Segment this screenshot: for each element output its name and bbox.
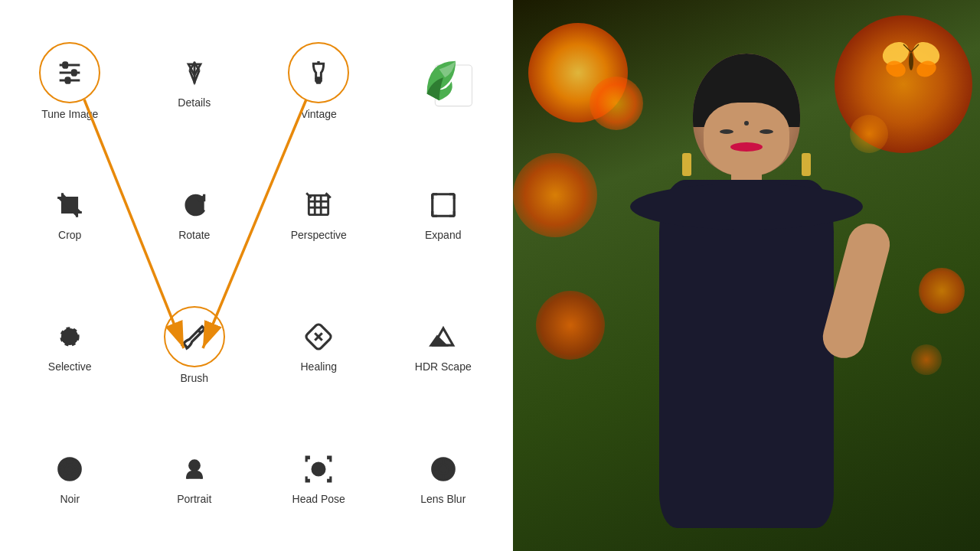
svg-point-32 [62,473,66,477]
perspective-label: Perspective [291,229,347,241]
photo-panel [513,0,980,551]
svg-marker-23 [431,337,446,345]
vintage-tool[interactable]: Vintage [256,15,381,148]
portrait-label: Portrait [177,493,211,505]
svg-line-18 [198,331,201,333]
svg-point-31 [74,461,78,465]
healing-icon [299,318,338,356]
expand-tool[interactable]: Expand [381,148,506,280]
expand-label: Expand [425,229,461,241]
hdr-scape-tool[interactable]: HDR Scape [381,279,506,412]
svg-point-30 [62,461,66,465]
svg-point-25 [67,465,74,473]
rotate-tool[interactable]: Rotate [132,148,257,280]
bokeh-mid-left [590,77,643,130]
tune-image-tool[interactable]: Tune Image [8,15,132,148]
svg-point-29 [77,467,80,471]
svg-rect-4 [73,70,77,76]
portrait-icon [175,450,214,488]
brush-label: Brush [180,372,208,384]
snapseed-logo-area [381,15,506,148]
tools-panel: Tune Image Details Vintage [0,0,513,551]
vintage-label: Vintage [301,108,337,120]
svg-point-26 [68,458,72,462]
hdr-scape-label: HDR Scape [415,360,472,373]
noir-label: Noir [60,493,80,505]
svg-point-27 [68,475,72,479]
svg-point-28 [60,467,64,471]
head-pose-tool[interactable]: Head Pose [256,412,381,544]
svg-point-17 [61,328,78,345]
bokeh-small-2 [911,344,942,375]
svg-rect-8 [309,195,328,214]
hdr-scape-icon [424,318,462,356]
rotate-label: Rotate [178,229,210,241]
noir-icon [51,450,89,488]
svg-rect-5 [66,78,70,83]
head-pose-icon [299,450,338,488]
crop-tool[interactable]: Crop [8,148,132,280]
portrait-tool[interactable]: Portrait [132,412,257,544]
selective-tool[interactable]: Selective [8,279,132,412]
bokeh-small-3 [850,115,888,153]
lens-blur-icon [424,450,462,488]
details-label: Details [178,96,211,109]
rotate-icon [175,186,214,224]
details-icon [175,54,214,92]
healing-tool[interactable]: Healing [256,279,381,412]
perspective-icon [299,186,338,224]
selective-icon [51,318,89,356]
brush-icon [164,306,225,367]
perspective-tool[interactable]: Perspective [256,148,381,280]
crop-label: Crop [58,229,81,241]
expand-icon [424,186,462,224]
woman-figure [601,54,892,551]
svg-point-37 [438,464,448,474]
lens-blur-label: Lens Blur [420,493,466,505]
lens-blur-tool[interactable]: Lens Blur [381,412,506,544]
tune-image-label: Tune Image [41,108,98,120]
details-tool[interactable]: Details [132,15,257,148]
tune-image-icon [39,42,100,103]
healing-label: Healing [301,360,337,373]
svg-point-33 [74,473,78,477]
noir-tool[interactable]: Noir [8,412,132,544]
selective-label: Selective [48,360,92,373]
brush-tool[interactable]: Brush [132,279,257,412]
head-pose-label: Head Pose [292,493,345,505]
bokeh-small-1 [919,268,965,314]
svg-rect-15 [433,194,455,217]
vintage-icon [288,42,349,103]
svg-rect-3 [64,63,67,68]
bokeh-left-mid [513,153,597,237]
bokeh-left-lower [536,291,605,360]
crop-icon [51,186,89,224]
svg-point-49 [909,52,913,70]
